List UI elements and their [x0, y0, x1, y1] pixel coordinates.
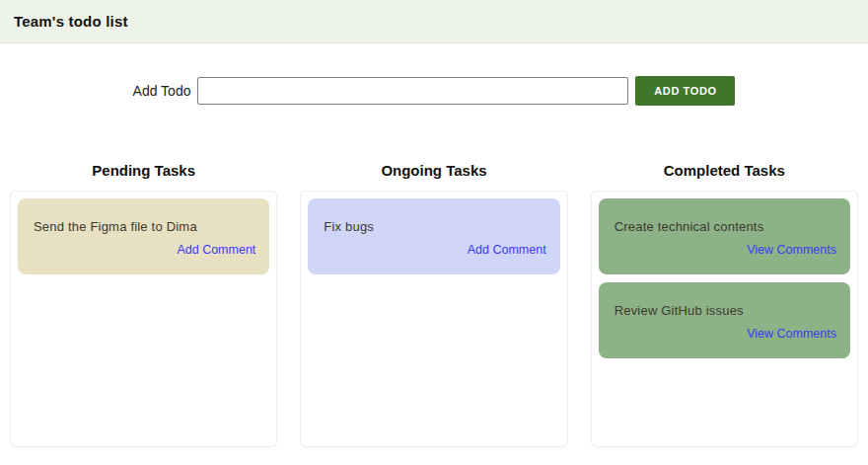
add-todo-input[interactable] [197, 77, 628, 105]
task-card: Fix bugs Add Comment [308, 198, 559, 274]
add-comment-link[interactable]: Add Comment [324, 243, 545, 257]
view-comments-link[interactable]: View Comments [615, 243, 836, 257]
add-todo-button[interactable]: ADD TODO [635, 76, 735, 106]
completed-column: Create technical contents View Comments … [591, 191, 858, 447]
task-text: Review GitHub issues [615, 303, 836, 318]
app-header: Team's todo list [0, 0, 868, 43]
task-text: Create technical contents [615, 219, 836, 234]
task-text: Fix bugs [324, 219, 545, 234]
task-card: Send the Figma file to Dima Add Comment [18, 198, 269, 274]
column-title-ongoing: Ongoing Tasks [300, 162, 567, 179]
task-card: Review GitHub issues View Comments [599, 282, 850, 358]
add-todo-row: Add Todo ADD TODO [0, 76, 868, 106]
pending-column: Send the Figma file to Dima Add Comment [10, 191, 277, 447]
board-headers: Pending Tasks Ongoing Tasks Completed Ta… [0, 162, 868, 179]
column-title-completed: Completed Tasks [591, 162, 858, 179]
page-title: Team's todo list [14, 13, 128, 30]
task-text: Send the Figma file to Dima [34, 219, 255, 234]
add-comment-link[interactable]: Add Comment [34, 243, 255, 257]
task-card: Create technical contents View Comments [599, 198, 850, 274]
ongoing-column: Fix bugs Add Comment [300, 191, 567, 447]
task-board: Send the Figma file to Dima Add Comment … [0, 191, 868, 447]
column-title-pending: Pending Tasks [10, 162, 277, 179]
add-todo-label: Add Todo [133, 83, 191, 99]
view-comments-link[interactable]: View Comments [615, 327, 836, 341]
